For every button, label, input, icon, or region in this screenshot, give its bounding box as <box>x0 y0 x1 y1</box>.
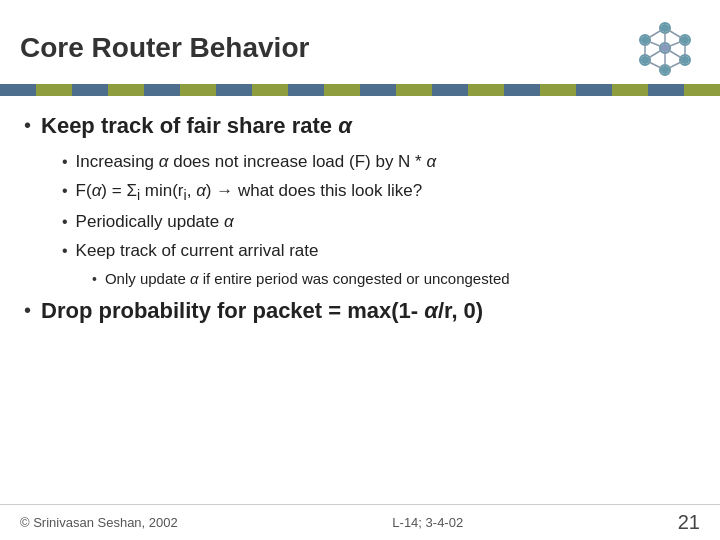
l2-bullet-4-text: Keep track of current arrival rate <box>76 240 319 263</box>
l1-bullet-1-marker: • <box>24 114 31 137</box>
svg-point-23 <box>641 56 649 64</box>
l2-bullet-3-marker: • <box>62 213 68 231</box>
l3-bullet-1: • Only update α if entire period was con… <box>92 269 696 289</box>
svg-point-20 <box>681 36 689 44</box>
l2-bullet-2-marker: • <box>62 182 68 200</box>
l2-bullet-3: • Periodically update α <box>62 211 696 234</box>
l3-bullet-1-marker: • <box>92 271 97 287</box>
l3-bullet-1-text: Only update α if entire period was conge… <box>105 269 510 289</box>
svg-point-21 <box>681 56 689 64</box>
footer-lecture: L-14; 3-4-02 <box>392 515 463 530</box>
slide-title: Core Router Behavior <box>20 32 309 64</box>
svg-point-24 <box>641 36 649 44</box>
l2-bullet-4: • Keep track of current arrival rate <box>62 240 696 263</box>
network-icon <box>630 18 700 78</box>
l2-bullet-container: • Increasing α does not increase load (F… <box>62 151 696 290</box>
footer-page-number: 21 <box>678 511 700 534</box>
l1-bullet-2: • Drop probability for packet = max(1- α… <box>24 297 696 326</box>
title-bar: Core Router Behavior <box>0 0 720 84</box>
svg-point-19 <box>661 24 669 32</box>
l1-bullet-1-text: Keep track of fair share rate α <box>41 112 352 141</box>
l1-bullet-2-text: Drop probability for packet = max(1- α/r… <box>41 297 483 326</box>
l2-bullet-1: • Increasing α does not increase load (F… <box>62 151 696 174</box>
l1-bullet-1: • Keep track of fair share rate α <box>24 112 696 141</box>
svg-point-25 <box>661 44 669 52</box>
svg-point-22 <box>661 66 669 74</box>
l2-bullet-1-text: Increasing α does not increase load (F) … <box>76 151 437 174</box>
l3-bullet-container: • Only update α if entire period was con… <box>92 269 696 289</box>
footer: © Srinivasan Seshan, 2002 L-14; 3-4-02 2… <box>0 504 720 540</box>
l2-bullet-2: • F(α) = Σi min(ri, α) → what does this … <box>62 180 696 206</box>
l2-bullet-3-text: Periodically update α <box>76 211 234 234</box>
l2-bullet-2-text: F(α) = Σi min(ri, α) → what does this lo… <box>76 180 423 206</box>
l1-bullet-2-marker: • <box>24 299 31 322</box>
slide: Core Router Behavior <box>0 0 720 540</box>
l2-bullet-1-marker: • <box>62 153 68 171</box>
divider-bar <box>0 84 720 96</box>
main-content: • Keep track of fair share rate α • Incr… <box>0 112 720 326</box>
l2-bullet-4-marker: • <box>62 242 68 260</box>
footer-copyright: © Srinivasan Seshan, 2002 <box>20 515 178 530</box>
